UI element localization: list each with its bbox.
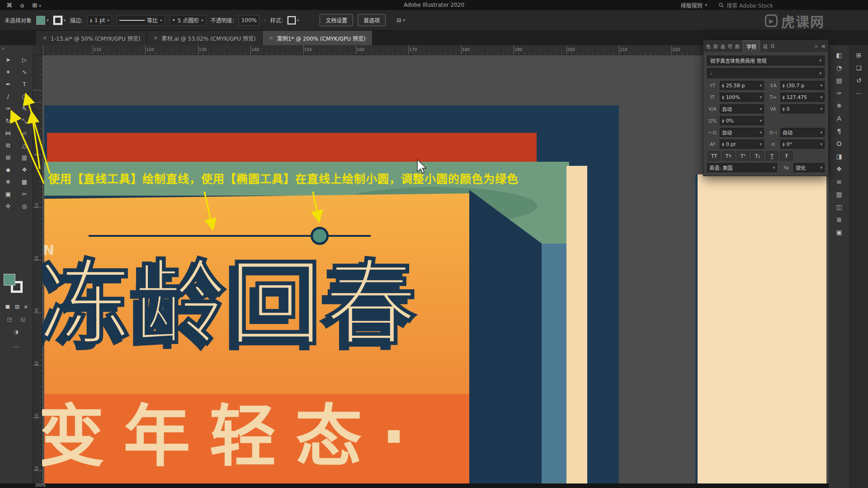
color-mode-icon[interactable]: ■ xyxy=(5,304,9,310)
symbol-sprayer-tool[interactable]: ✵ xyxy=(0,176,16,188)
close-icon[interactable]: × xyxy=(153,35,158,41)
artboards-panel-icon[interactable]: ▣ xyxy=(829,226,849,239)
scale-tool[interactable]: ⤡ xyxy=(16,115,33,127)
aki-left-field[interactable]: 自动▾ xyxy=(720,128,764,137)
style-picker[interactable]: ▾ xyxy=(288,16,299,24)
brush-dropdown[interactable]: •5 点圆形▾ xyxy=(170,15,206,26)
character-panel-icon[interactable]: A xyxy=(829,112,849,125)
artwork-cream-strip[interactable] xyxy=(566,166,587,488)
color-panel-icon[interactable]: ◔ xyxy=(829,61,849,74)
document-tab-3-active[interactable]: ×案例1* @ 200% (CMYK/GPU 预览) xyxy=(263,31,373,45)
font-style-select[interactable]: -▾ xyxy=(707,68,825,78)
opacity-field[interactable]: 100% xyxy=(239,15,259,26)
gradient-panel-icon[interactable]: ▥ xyxy=(829,188,849,201)
magic-wand-tool[interactable]: ✶ xyxy=(0,66,16,78)
ellipse-tool[interactable]: ○ xyxy=(16,90,33,103)
collapse-toolbar-icon[interactable]: « xyxy=(0,45,33,52)
toolbar-fill-swatch[interactable] xyxy=(4,274,15,286)
panel-tab[interactable]: 颜 xyxy=(713,43,718,50)
drawn-green-circle[interactable] xyxy=(311,227,329,245)
text-style-button[interactable]: TT xyxy=(708,151,720,160)
stroke-profile-dropdown[interactable]: 等比▾ xyxy=(117,15,165,26)
language-select[interactable]: 英语: 美国▾ xyxy=(707,163,777,172)
typesetting-rules-menu[interactable]: 排版规则▾ xyxy=(681,1,708,9)
aki-right-field[interactable]: 自动▾ xyxy=(780,128,825,137)
align-options[interactable]: ⊟▾ xyxy=(396,17,405,23)
horizontal-scale-field[interactable]: ▲▼127.475▾ xyxy=(780,93,825,102)
layout-grid-icon[interactable]: ⊞ ▾ xyxy=(32,2,41,9)
stroke-color-picker[interactable]: ▾ xyxy=(53,16,66,25)
panel-tab[interactable]: 颜 xyxy=(735,43,740,50)
width-tool[interactable]: ⋈ xyxy=(0,127,16,139)
adobe-stock-search[interactable]: 搜索 Adobe Stock xyxy=(719,1,773,9)
free-transform-tool[interactable]: ▱ xyxy=(16,127,33,139)
home-icon[interactable]: ⌂ xyxy=(20,2,24,9)
screen-mode-icon[interactable]: ◑ xyxy=(14,329,19,335)
style-swatch[interactable] xyxy=(288,16,296,24)
text-style-button[interactable]: Ŧ xyxy=(780,151,793,160)
eyedropper-tool[interactable]: ◆ xyxy=(0,164,16,176)
artwork-blue-strip[interactable] xyxy=(542,244,566,488)
zoom-level[interactable]: 200% xyxy=(35,483,46,488)
document-tab-2[interactable]: ×素材.ai @ 53.02% (CMYK/GPU 预览) xyxy=(147,31,262,45)
draw-mode-icon[interactable]: ◳ xyxy=(7,316,12,322)
lasso-tool[interactable]: ∿ xyxy=(16,66,33,78)
second-artboard[interactable] xyxy=(695,174,826,488)
tab-character[interactable]: 字符 xyxy=(743,40,760,52)
document-tab-1[interactable]: ×1-13.ai* @ 50% (CMYK/GPU 预览) xyxy=(36,31,147,45)
blend-tool[interactable]: ❖ xyxy=(16,164,33,176)
paragraph-panel-icon[interactable]: ¶ xyxy=(829,125,849,137)
artboard-tool[interactable]: ▣ xyxy=(0,188,16,200)
document-setup-button[interactable]: 文档设置 xyxy=(320,14,353,26)
symbols-panel-icon[interactable]: ✵ xyxy=(829,99,849,112)
graphic-styles-panel-icon[interactable]: ❖ xyxy=(829,163,849,175)
stroke-width-field[interactable]: ▲▼1 pt▾ xyxy=(87,15,112,26)
history-panel-icon[interactable]: ↺ xyxy=(849,74,868,87)
pen-tool[interactable]: ✒ xyxy=(0,78,16,90)
font-size-field[interactable]: ▲▼25.58 p▾ xyxy=(720,81,764,90)
layers-alt-panel-icon[interactable]: ❏ xyxy=(849,61,868,74)
preferences-button[interactable]: 首选项 xyxy=(358,14,386,26)
slice-tool[interactable]: ✂ xyxy=(16,188,33,200)
close-icon[interactable]: × xyxy=(42,35,47,41)
fill-color-picker[interactable]: ▾ xyxy=(36,16,49,25)
stroke-swatch[interactable] xyxy=(53,16,62,25)
rotate-tool[interactable]: ↻ xyxy=(0,115,16,127)
hand-tool[interactable]: ✣ xyxy=(0,200,16,212)
text-style-button[interactable]: T¹ xyxy=(737,151,749,160)
vertical-ruler[interactable]: 010203040506070 xyxy=(33,55,42,488)
panel-tab[interactable]: 色 xyxy=(706,43,711,50)
fill-stroke-swatches[interactable] xyxy=(4,274,29,295)
paintbrush-tool[interactable]: ✑ xyxy=(0,103,16,115)
color-mode-icon[interactable]: ▨ xyxy=(15,304,19,310)
poster-title-text[interactable]: 冻龄回春 xyxy=(42,258,420,350)
anti-alias-select[interactable]: 锐化▾ xyxy=(793,163,825,172)
fill-stroke-icon[interactable]: ◧ xyxy=(829,49,849,61)
panel-tab[interactable]: 符 xyxy=(728,43,732,50)
libraries-panel-icon[interactable]: ⊞ xyxy=(849,49,868,61)
gradient-tool[interactable]: ▥ xyxy=(16,151,33,164)
opacity-expand-icon[interactable]: › xyxy=(264,18,266,23)
stroke-panel-icon[interactable]: ≡ xyxy=(829,175,849,188)
ruler-origin-corner[interactable] xyxy=(33,45,42,55)
fill-swatch[interactable] xyxy=(36,16,45,25)
text-style-button[interactable]: T̲ xyxy=(766,151,778,160)
mesh-tool[interactable]: ⊞ xyxy=(0,151,16,164)
transparency-panel-icon[interactable]: ◫ xyxy=(829,201,849,213)
panel-tab[interactable]: 画 xyxy=(721,43,725,50)
more-panels-icon[interactable]: ⋯ xyxy=(849,87,868,99)
leading-field[interactable]: ▲▼(30.7 p▾ xyxy=(780,81,825,90)
close-icon[interactable]: × xyxy=(269,35,274,41)
stepper-icon[interactable]: ▲▼ xyxy=(90,18,92,23)
direct-selection-tool[interactable]: ▷ xyxy=(16,54,33,66)
selection-tool[interactable]: ➤ xyxy=(0,54,16,66)
char-rotation-field[interactable]: ▲▼0°▾ xyxy=(780,140,825,149)
layers-panel-icon[interactable]: ≣ xyxy=(829,213,849,226)
tab-opentype[interactable]: O xyxy=(771,44,774,49)
text-style-button[interactable]: T₁ xyxy=(751,151,764,160)
perspective-grid-tool[interactable]: △ xyxy=(16,139,33,151)
appearance-panel-icon[interactable]: ◨ xyxy=(829,150,849,163)
tsume-field[interactable]: ▲▼0%▾ xyxy=(720,116,764,125)
pencil-tool[interactable]: ✎ xyxy=(16,103,33,115)
zoom-tool[interactable]: ◎ xyxy=(16,200,33,212)
